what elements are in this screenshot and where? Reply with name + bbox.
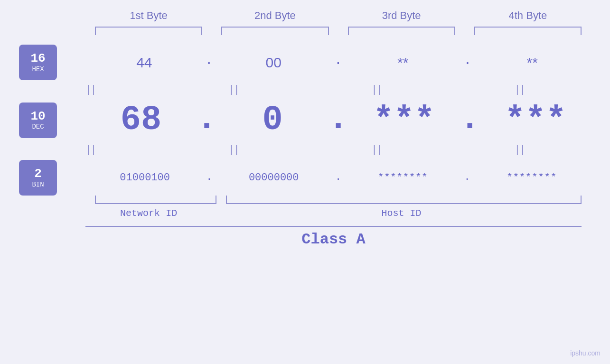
hex-byte-2-cell: 00 <box>215 55 332 71</box>
bracket-2 <box>221 27 328 35</box>
bin-byte-1: 01000100 <box>120 172 170 184</box>
equals-2-1: || <box>19 144 162 156</box>
bracket-4 <box>474 27 582 35</box>
bin-byte-2: 00000000 <box>249 172 299 184</box>
class-label: Class A <box>85 231 582 248</box>
hex-dot-1: . <box>205 53 213 72</box>
dec-byte-3-cell: *** <box>348 101 460 140</box>
equals-row-1: || || || || <box>19 84 591 96</box>
bottom-brackets <box>85 196 591 204</box>
dec-row: 10 DEC 68 . 0 . *** . *** <box>19 100 591 140</box>
hex-byte-1-cell: 44 <box>85 55 203 71</box>
hex-dot-3: . <box>464 53 472 72</box>
bin-dot-2: . <box>335 171 341 184</box>
network-id-label: Network ID <box>85 208 212 219</box>
byte-header-4: 4th Byte <box>465 9 591 22</box>
dec-byte-3: *** <box>373 101 435 140</box>
byte-header-2: 2nd Byte <box>212 9 338 22</box>
hex-badge-number: 16 <box>30 52 45 65</box>
id-labels: Network ID Host ID <box>85 208 591 219</box>
equals-2-2: || <box>162 144 305 156</box>
dec-byte-1: 68 <box>121 101 161 140</box>
hex-byte-1: 44 <box>136 55 152 71</box>
class-bracket-line <box>85 226 582 227</box>
bottom-bracket-network <box>95 196 216 204</box>
hex-badge: 16 HEX <box>19 45 57 80</box>
dec-badge-number: 10 <box>30 110 45 123</box>
bin-byte-3-cell: ******** <box>343 172 462 184</box>
equals-2-3: || <box>305 144 448 156</box>
byte-header-3: 3rd Byte <box>338 9 465 22</box>
bin-byte-4-cell: ******** <box>472 172 591 184</box>
equals-1-4: || <box>448 84 591 96</box>
hex-byte-4-cell: ** <box>473 55 591 71</box>
hex-values: 44 . 00 . ** . ** <box>85 53 591 72</box>
bin-dot-3: . <box>464 171 470 184</box>
dec-dot-2: . <box>328 100 348 140</box>
equals-row-2: || || || || <box>19 144 591 156</box>
top-brackets <box>85 27 591 35</box>
equals-2-4: || <box>448 144 591 156</box>
equals-1-3: || <box>305 84 448 96</box>
bin-badge-number: 2 <box>34 167 42 181</box>
dec-dot-1: . <box>197 100 217 140</box>
bin-badge: 2 BIN <box>19 160 57 196</box>
dec-byte-2: 0 <box>262 101 282 140</box>
bin-badge-label: BIN <box>32 181 44 188</box>
dec-byte-1-cell: 68 <box>85 101 197 140</box>
hex-dot-2: . <box>334 53 342 72</box>
dec-byte-2-cell: 0 <box>217 101 328 140</box>
bin-byte-4: ******** <box>507 172 557 184</box>
host-id-label: Host ID <box>212 208 591 219</box>
bracket-3 <box>348 27 455 35</box>
dec-values: 68 . 0 . *** . *** <box>85 100 591 140</box>
bin-dot-1: . <box>206 171 212 184</box>
dec-badge-label: DEC <box>32 123 44 131</box>
class-section: Class A <box>85 226 582 248</box>
bin-byte-2-cell: 00000000 <box>215 172 333 184</box>
bin-byte-3: ******** <box>377 172 428 184</box>
hex-byte-3-cell: ** <box>344 55 462 71</box>
dec-byte-4-cell: *** <box>480 101 591 140</box>
bin-values: 01000100 . 00000000 . ******** . *******… <box>85 171 591 184</box>
main-content: 16 HEX 44 . 00 . ** . ** <box>19 45 591 355</box>
byte-headers: 1st Byte 2nd Byte 3rd Byte 4th Byte <box>85 9 591 22</box>
bracket-1 <box>95 27 202 35</box>
hex-byte-3: ** <box>397 55 408 71</box>
hex-badge-label: HEX <box>32 65 44 73</box>
hex-row: 16 HEX 44 . 00 . ** . ** <box>19 45 591 80</box>
bin-byte-1-cell: 01000100 <box>85 172 204 184</box>
dec-badge: 10 DEC <box>19 103 57 138</box>
dec-byte-4: *** <box>505 101 566 140</box>
watermark: ipshu.com <box>570 349 601 357</box>
equals-1-2: || <box>162 84 305 96</box>
equals-1-1: || <box>19 84 162 96</box>
bottom-bracket-host <box>226 196 582 204</box>
hex-byte-2: 00 <box>266 55 282 71</box>
byte-header-1: 1st Byte <box>85 9 212 22</box>
hex-byte-4: ** <box>527 55 538 71</box>
bin-row: 2 BIN 01000100 . 00000000 . ******** . *… <box>19 160 591 196</box>
dec-dot-3: . <box>460 100 480 140</box>
main-container: 1st Byte 2nd Byte 3rd Byte 4th Byte 16 H… <box>0 0 610 364</box>
